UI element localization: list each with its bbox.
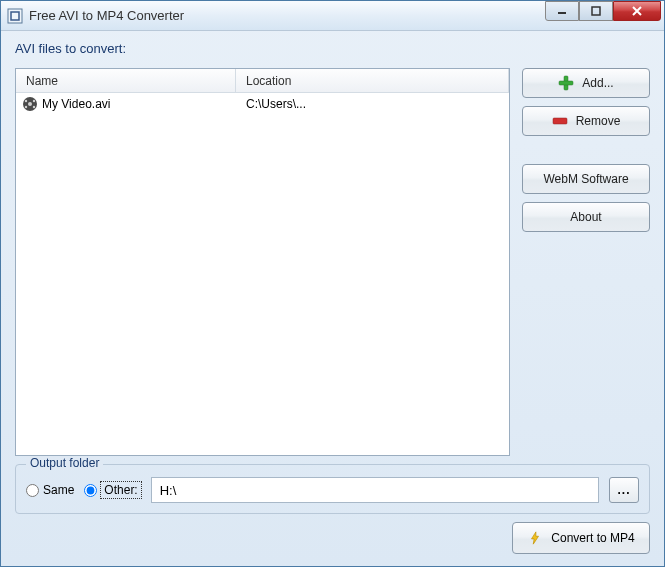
svg-point-9	[33, 106, 35, 108]
browse-button-label: ...	[617, 483, 630, 497]
browse-button[interactable]: ...	[609, 477, 639, 503]
minimize-button[interactable]	[545, 1, 579, 21]
content-area: AVI files to convert: Name Location	[1, 31, 664, 566]
svg-rect-11	[559, 81, 573, 85]
output-path-input[interactable]	[151, 477, 599, 503]
output-row: Same Other: ...	[26, 477, 639, 503]
file-name-text: My Video.avi	[42, 97, 110, 111]
column-header-location[interactable]: Location	[236, 69, 509, 92]
footer-row: Convert to MP4	[15, 522, 650, 554]
window-title: Free AVI to MP4 Converter	[29, 8, 545, 23]
plus-icon	[558, 75, 574, 91]
svg-rect-3	[592, 7, 600, 15]
spacer	[522, 144, 650, 156]
app-window: Free AVI to MP4 Converter AVI files to c…	[0, 0, 665, 567]
files-row: Name Location	[15, 68, 650, 456]
other-radio[interactable]	[84, 484, 97, 497]
same-radio[interactable]	[26, 484, 39, 497]
convert-button[interactable]: Convert to MP4	[512, 522, 650, 554]
table-row[interactable]: My Video.avi C:\Users\...	[16, 93, 509, 115]
svg-point-7	[33, 100, 35, 102]
svg-rect-0	[8, 9, 22, 23]
files-section-label: AVI files to convert:	[15, 41, 650, 56]
app-icon	[7, 8, 23, 24]
file-location-cell: C:\Users\...	[236, 97, 509, 111]
webm-button-label: WebM Software	[543, 172, 628, 186]
video-file-icon	[22, 96, 38, 112]
other-radio-wrap[interactable]: Other:	[84, 482, 140, 498]
lightning-icon	[527, 530, 543, 546]
same-radio-wrap[interactable]: Same	[26, 483, 74, 497]
svg-point-8	[25, 106, 27, 108]
maximize-button[interactable]	[579, 1, 613, 21]
about-button-label: About	[570, 210, 601, 224]
window-controls	[545, 1, 664, 30]
remove-button-label: Remove	[576, 114, 621, 128]
column-header-name[interactable]: Name	[16, 69, 236, 92]
close-button[interactable]	[613, 1, 661, 21]
listview-body: My Video.avi C:\Users\...	[16, 93, 509, 455]
svg-rect-12	[553, 118, 567, 124]
svg-point-6	[25, 100, 27, 102]
convert-button-label: Convert to MP4	[551, 531, 634, 545]
svg-rect-2	[558, 12, 566, 14]
minus-icon	[552, 113, 568, 129]
file-name-cell: My Video.avi	[16, 96, 236, 112]
other-radio-label: Other:	[101, 482, 140, 498]
titlebar: Free AVI to MP4 Converter	[1, 1, 664, 31]
listview-header: Name Location	[16, 69, 509, 93]
file-listview[interactable]: Name Location	[15, 68, 510, 456]
webm-software-button[interactable]: WebM Software	[522, 164, 650, 194]
remove-button[interactable]: Remove	[522, 106, 650, 136]
same-radio-label: Same	[43, 483, 74, 497]
svg-point-5	[28, 102, 32, 106]
add-button-label: Add...	[582, 76, 613, 90]
side-buttons: Add... Remove WebM Software About	[522, 68, 650, 456]
output-folder-group: Output folder Same Other: ...	[15, 464, 650, 514]
about-button[interactable]: About	[522, 202, 650, 232]
output-group-title: Output folder	[26, 456, 103, 470]
add-button[interactable]: Add...	[522, 68, 650, 98]
